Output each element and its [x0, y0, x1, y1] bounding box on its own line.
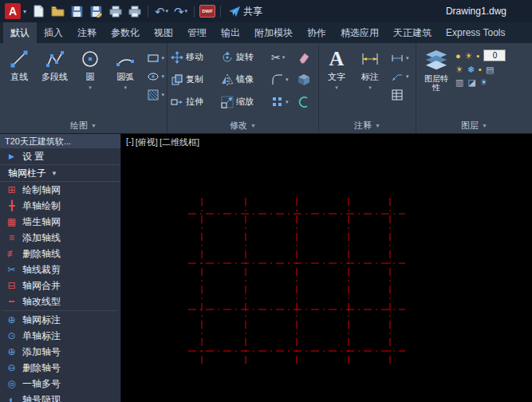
viewport-view-control[interactable]: [俯视] — [135, 136, 159, 148]
palette-item-wall-to-grid[interactable]: ▦ 墙生轴网 — [0, 214, 120, 230]
palette-settings-item[interactable]: ▶ 设 置 — [0, 148, 120, 164]
palette-item-trim-axis-line[interactable]: ✂ 轴线裁剪 — [0, 262, 120, 278]
tab-featured-apps[interactable]: 精选应用 — [333, 22, 386, 43]
axis-grid-dimension-icon: ⊕ — [6, 314, 18, 325]
share-button[interactable]: 共享 — [229, 5, 262, 18]
text-button[interactable]: A 文字 ▾ — [321, 46, 352, 118]
panel-label-draw[interactable]: 绘图 ▼ — [0, 118, 167, 133]
panel-label-layers[interactable]: 图层 ▼ — [416, 118, 532, 133]
panel-annotate: A 文字 ▾ 标注 ▾ ▾ ▾ — [319, 43, 416, 133]
table-button[interactable] — [391, 89, 409, 101]
viewport-minimize-control[interactable]: [-] — [125, 136, 135, 148]
copy-button[interactable]: 复制 — [171, 73, 219, 86]
polyline-icon — [45, 49, 65, 69]
rotate-button[interactable]: 旋转 — [221, 51, 269, 64]
item-label: 轴网标注 — [22, 313, 61, 327]
layer-fade-icon[interactable]: ☀ — [480, 77, 488, 87]
leader-button[interactable]: ▾ — [391, 70, 409, 83]
new-file-button[interactable] — [30, 2, 47, 20]
hatch-tool-button[interactable]: ▾ — [147, 89, 165, 101]
palette-item-single-axis-draw[interactable]: ╋ 单轴绘制 — [0, 198, 120, 214]
palette-item-add-axis-line[interactable]: ≡ 添加轴线 — [0, 230, 120, 246]
panel-label-modify[interactable]: 修改 ▼ — [167, 118, 318, 133]
layer-unlock-icon[interactable]: ▪ — [479, 65, 482, 74]
tab-addins[interactable]: 附加模块 — [247, 22, 300, 43]
tab-annotate[interactable]: 注释 — [70, 22, 104, 43]
layer-thaw-icon[interactable]: ☀ — [455, 65, 463, 74]
dimension-button[interactable]: 标注 ▾ — [353, 46, 387, 118]
fillet-button[interactable]: ▾ — [271, 73, 295, 86]
palette-item-axis-number-visibility[interactable]: ◐ 轴号隐现 — [0, 392, 120, 402]
viewport-visual-style-control[interactable]: [二维线框] — [159, 136, 200, 148]
scale-label: 缩放 — [236, 96, 254, 108]
circle-icon — [80, 49, 100, 69]
palette-item-change-axis-linetype[interactable]: ╍ 轴改线型 — [0, 294, 120, 309]
undo-button[interactable]: ↶▾ — [153, 2, 170, 20]
palette-title-bar[interactable]: T20天正建筑软... — [0, 134, 120, 148]
mirror-label: 镜像 — [236, 73, 254, 85]
erase-button[interactable] — [298, 51, 315, 64]
tab-view[interactable]: 视图 — [147, 22, 180, 43]
offset-button[interactable] — [298, 96, 315, 108]
arc-button[interactable]: 圆弧 ▾ — [108, 46, 142, 118]
current-layer-select[interactable]: 0 — [483, 49, 506, 61]
palette-item-delete-axis-line[interactable]: ≢ 删除轴线 — [0, 246, 120, 262]
tab-tarch[interactable]: 天正建筑 — [386, 22, 439, 43]
print-button[interactable] — [107, 2, 124, 20]
layer-freeze-icon[interactable]: ❄ — [467, 65, 475, 74]
open-folder-button[interactable] — [49, 2, 66, 20]
circle-button[interactable]: 圆 ▾ — [73, 46, 107, 118]
polyline-button[interactable]: 多段线 — [37, 46, 71, 118]
palette-item-draw-axis-grid[interactable]: ⊞ 绘制轴网 — [0, 182, 120, 198]
array-icon — [271, 96, 284, 108]
move-button[interactable]: 移动 — [171, 51, 219, 64]
layer-match-icon[interactable]: ▥ — [455, 77, 463, 87]
axis-number-visibility-icon: ◐ — [6, 394, 18, 402]
rectangle-tool-button[interactable]: ▾ — [147, 52, 165, 65]
scale-button[interactable]: 缩放 — [221, 96, 269, 108]
save-button[interactable] — [69, 2, 85, 20]
section-chevron-icon: ▼ — [51, 170, 57, 177]
app-menu-caret-icon[interactable]: ▾ — [23, 8, 26, 15]
dwf-badge-icon[interactable]: DWF — [199, 5, 215, 18]
mirror-button[interactable]: 镜像 — [221, 73, 269, 86]
tab-insert[interactable]: 插入 — [37, 22, 70, 43]
array-button[interactable]: ▾ — [271, 96, 295, 108]
stretch-button[interactable]: 拉伸 — [171, 96, 219, 108]
palette-item-merge-axis-grid[interactable]: ⊟ 轴网合并 — [0, 278, 120, 294]
palette-item-single-axis-dimension[interactable]: ⊙ 单轴标注 — [0, 328, 120, 344]
linear-dimension-caret-icon: ▾ — [406, 55, 409, 61]
panel-label-annotate[interactable]: 注释 ▼ — [319, 118, 416, 133]
save-as-button[interactable] — [88, 2, 104, 20]
layer-bulb-icon[interactable]: ● — [455, 51, 461, 61]
tab-collaborate[interactable]: 协作 — [300, 22, 333, 43]
tab-default[interactable]: 默认 — [3, 22, 37, 43]
layer-properties-button[interactable]: 图层特性 — [419, 46, 454, 118]
palette-section-axis-grid-column[interactable]: 轴网柱子 ▼ — [0, 164, 120, 182]
plot-button[interactable] — [126, 2, 143, 20]
drawing-viewport[interactable]: [-] [俯视] [二维线框] — [121, 134, 532, 402]
line-button[interactable]: 直线 — [2, 46, 36, 118]
layer-lock-icon[interactable]: ▪ — [477, 51, 480, 61]
palette-item-one-axis-multi-number[interactable]: ◎ 一轴多号 — [0, 376, 120, 392]
tab-manage[interactable]: 管理 — [180, 22, 214, 43]
trim-button[interactable]: ✂ ▾ — [271, 52, 295, 63]
3d-tool-button[interactable] — [298, 73, 315, 86]
app-menu-button[interactable]: A — [5, 3, 21, 19]
palette-item-axis-grid-dimension[interactable]: ⊕ 轴网标注 — [0, 312, 120, 328]
rectangle-caret-icon: ▾ — [162, 55, 165, 61]
tab-express-tools[interactable]: Express Tools — [439, 22, 512, 43]
paper-plane-icon — [229, 6, 240, 17]
layer-isolate-icon[interactable]: ◪ — [467, 77, 475, 87]
tab-output[interactable]: 输出 — [214, 22, 247, 43]
palette-item-add-axis-number[interactable]: ⊕ 添加轴号 — [0, 344, 120, 360]
layer-plot-icon[interactable]: ▤ — [486, 65, 494, 74]
palette-item-delete-axis-number[interactable]: ⊖ 删除轴号 — [0, 360, 120, 376]
fillet-caret-icon: ▾ — [286, 77, 289, 83]
layer-sun-icon[interactable]: ☀ — [465, 51, 473, 61]
redo-button[interactable]: ↷▾ — [172, 2, 189, 20]
open-folder-icon — [51, 6, 65, 17]
linear-dimension-button[interactable]: ▾ — [391, 52, 409, 65]
tab-parametric[interactable]: 参数化 — [104, 22, 147, 43]
ellipse-tool-button[interactable]: ▾ — [147, 70, 165, 83]
